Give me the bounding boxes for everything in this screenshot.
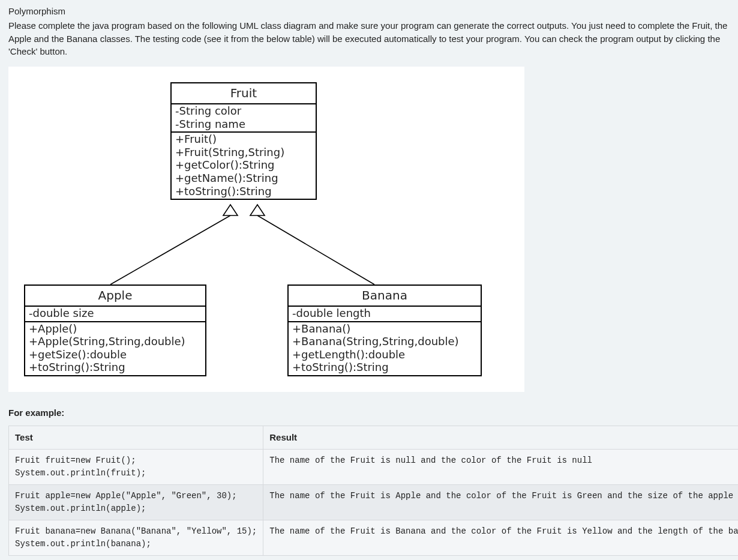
question-title: Polymorphism — [8, 5, 730, 18]
uml-banana-name: Banana — [289, 286, 481, 307]
uml-fruit-attrs: -String color -String name — [172, 104, 316, 131]
question-description: Please complete the java program based o… — [8, 19, 730, 58]
uml-class-fruit: Fruit -String color -String name +Fruit(… — [170, 82, 317, 200]
table-row: Fruit apple=new Apple("Apple", "Green", … — [9, 484, 739, 520]
cell-test: Fruit fruit=new Fruit(); System.out.prin… — [9, 449, 263, 484]
header-test: Test — [9, 426, 263, 449]
uml-fruit-name: Fruit — [172, 83, 316, 104]
uml-class-banana: Banana -double length +Banana() +Banana(… — [287, 285, 482, 376]
uml-canvas: Fruit -String color -String name +Fruit(… — [14, 77, 488, 378]
uml-apple-attrs: -double size — [25, 307, 205, 321]
table-row: Fruit banana=new Banana("Banana", "Yello… — [9, 520, 739, 555]
example-label: For example: — [8, 406, 730, 420]
svg-line-1 — [257, 215, 374, 285]
uml-class-apple: Apple -double size +Apple() +Apple(Strin… — [24, 285, 206, 376]
cell-result: The name of the Fruit is Banana and the … — [263, 520, 738, 555]
table-row: Fruit fruit=new Fruit(); System.out.prin… — [9, 449, 739, 484]
cell-result: The name of the Fruit is Apple and the c… — [263, 484, 738, 520]
svg-line-0 — [110, 215, 230, 285]
svg-marker-3 — [250, 205, 265, 215]
question-block: Polymorphism Please complete the java pr… — [0, 0, 738, 560]
svg-marker-2 — [223, 205, 238, 215]
uml-diagram-panel: Fruit -String color -String name +Fruit(… — [8, 67, 524, 392]
cell-test: Fruit apple=new Apple("Apple", "Green", … — [9, 484, 263, 520]
uml-banana-ops: +Banana() +Banana(String,String,double) … — [289, 321, 481, 375]
cell-test: Fruit banana=new Banana("Banana", "Yello… — [9, 520, 263, 555]
uml-banana-attrs: -double length — [289, 307, 481, 321]
header-result: Result — [263, 426, 738, 449]
uml-apple-name: Apple — [25, 286, 205, 307]
table-header-row: Test Result — [9, 426, 739, 449]
uml-fruit-ops: +Fruit() +Fruit(String,String) +getColor… — [172, 131, 316, 199]
uml-apple-ops: +Apple() +Apple(String,String,double) +g… — [25, 321, 205, 375]
cell-result: The name of the Fruit is null and the co… — [263, 449, 738, 484]
example-table: Test Result Fruit fruit=new Fruit(); Sys… — [8, 426, 738, 556]
